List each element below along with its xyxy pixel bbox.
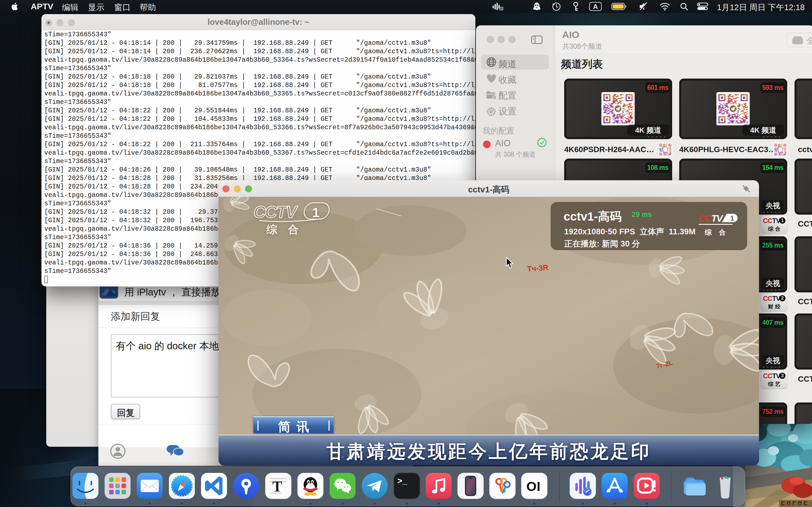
svg-text:综合: 综合 [266, 224, 309, 235]
svg-text:>_: >_ [397, 476, 408, 486]
svg-text:Tч-3R: Tч-3R [527, 263, 549, 273]
svg-text:CCTV: CCTV [253, 203, 298, 221]
svg-text:R: R [500, 7, 502, 10]
svg-text:1: 1 [730, 214, 734, 222]
svg-text:综合: 综合 [705, 228, 733, 236]
svg-text:OI: OI [526, 479, 541, 494]
svg-text:1: 1 [312, 205, 320, 220]
svg-text:CCTV: CCTV [699, 213, 723, 224]
svg-text:T: T [272, 478, 282, 495]
